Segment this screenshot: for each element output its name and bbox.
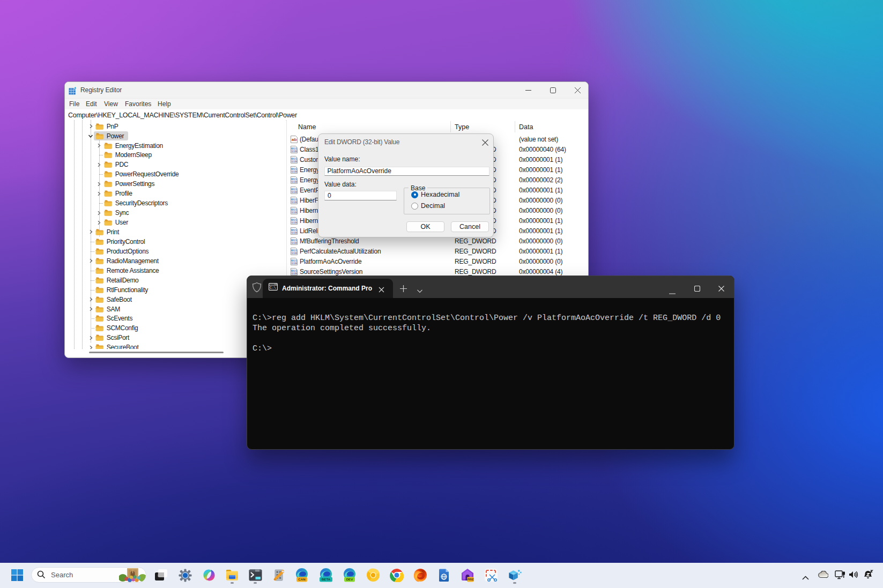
svg-text:110: 110 bbox=[291, 200, 297, 204]
svg-text:CAN: CAN bbox=[298, 577, 306, 581]
svg-text:110: 110 bbox=[291, 170, 297, 174]
svg-text:PRE: PRE bbox=[467, 577, 474, 581]
svg-text:DEV: DEV bbox=[346, 577, 353, 581]
svg-text:ab: ab bbox=[292, 137, 296, 142]
svg-text:110: 110 bbox=[291, 160, 297, 163]
svg-text:110: 110 bbox=[291, 180, 297, 184]
svg-text:110: 110 bbox=[291, 211, 297, 214]
svg-text:110: 110 bbox=[291, 272, 297, 276]
svg-text:110: 110 bbox=[291, 241, 297, 245]
svg-text:110: 110 bbox=[291, 190, 297, 194]
svg-text:110: 110 bbox=[291, 251, 297, 255]
svg-text:110: 110 bbox=[291, 231, 297, 235]
svg-text:110: 110 bbox=[291, 150, 297, 153]
svg-text:C:\: C:\ bbox=[270, 286, 276, 290]
svg-text:110: 110 bbox=[291, 221, 297, 225]
svg-text:110: 110 bbox=[291, 262, 297, 265]
svg-text:BETA: BETA bbox=[321, 577, 330, 581]
